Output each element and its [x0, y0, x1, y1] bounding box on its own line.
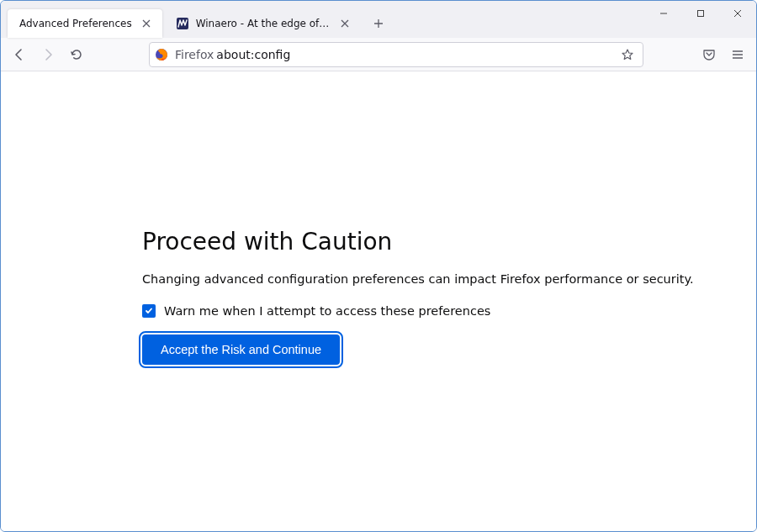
- close-tab-icon[interactable]: [139, 16, 154, 31]
- warn-checkbox-label: Warn me when I attempt to access these p…: [164, 304, 490, 318]
- tab-winaero[interactable]: Winaero - At the edge of tweak: [164, 9, 361, 38]
- tab-label: Advanced Preferences: [19, 18, 132, 29]
- warn-checkbox-row[interactable]: Warn me when I attempt to access these p…: [142, 304, 756, 318]
- tab-advanced-preferences[interactable]: Advanced Preferences: [8, 9, 162, 38]
- url-text: about:config: [216, 48, 617, 61]
- svg-rect-1: [698, 11, 704, 17]
- tab-favicon-icon: [176, 17, 189, 30]
- caution-heading: Proceed with Caution: [142, 228, 756, 255]
- nav-toolbar: Firefox about:config: [1, 38, 756, 71]
- back-button[interactable]: [6, 41, 33, 68]
- tab-strip: Advanced Preferences Winaero - At the ed…: [1, 1, 391, 38]
- new-tab-button[interactable]: [366, 11, 391, 36]
- page-content: Proceed with Caution Changing advanced c…: [1, 71, 756, 531]
- reload-button[interactable]: [63, 41, 90, 68]
- caution-warning-text: Changing advanced configuration preferen…: [142, 272, 756, 286]
- address-bar[interactable]: Firefox about:config: [149, 42, 643, 67]
- accept-risk-button[interactable]: Accept the Risk and Continue: [142, 334, 340, 365]
- url-scheme-label: Firefox: [175, 48, 214, 61]
- titlebar: Advanced Preferences Winaero - At the ed…: [1, 1, 756, 38]
- close-tab-icon[interactable]: [337, 16, 352, 31]
- tab-label: Winaero - At the edge of tweak: [196, 18, 331, 29]
- forward-button[interactable]: [34, 41, 61, 68]
- close-window-button[interactable]: [719, 1, 756, 26]
- window-controls: [645, 1, 756, 33]
- minimize-button[interactable]: [645, 1, 682, 26]
- toolbar-right: [696, 41, 751, 68]
- checkbox-icon[interactable]: [142, 304, 156, 318]
- maximize-button[interactable]: [682, 1, 719, 26]
- save-to-pocket-icon[interactable]: [696, 41, 723, 68]
- app-menu-button[interactable]: [724, 41, 751, 68]
- firefox-icon: [155, 48, 168, 61]
- bookmark-star-icon[interactable]: [617, 48, 638, 61]
